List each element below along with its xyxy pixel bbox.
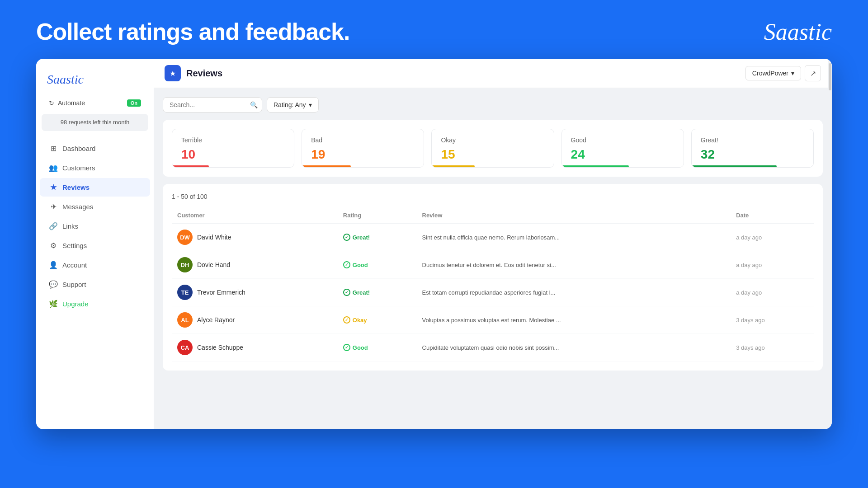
rating-filter-label: Rating: Any [274, 101, 306, 108]
support-icon: 💬 [49, 280, 58, 289]
avatar: DW [177, 230, 193, 245]
filter-chevron-icon: ▾ [309, 101, 312, 108]
stat-card-okay: Okay 15 [431, 129, 554, 168]
rating-circle: ✓ [343, 289, 350, 296]
rating-circle: ✓ [343, 316, 350, 324]
stat-label-good: Good [571, 136, 675, 144]
sidebar-item-dashboard[interactable]: ⊞ Dashboard [40, 139, 150, 158]
sidebar-item-links[interactable]: 🔗 Links [40, 217, 150, 235]
sidebar-item-label: Messages [62, 203, 93, 211]
crowdpower-label: CrowdPower [752, 70, 788, 77]
stats-cards: Terrible 10 Bad 19 Okay 15 [172, 129, 814, 168]
customer-name: Alyce Raynor [197, 316, 235, 324]
rating-badge: ✓ Good [343, 261, 411, 268]
upgrade-icon: 🌿 [49, 300, 58, 308]
table-row[interactable]: AL Alyce Raynor ✓ Okay Voluptas a possim… [172, 306, 814, 334]
automate-icon: ↻ [49, 99, 54, 107]
search-icon: 🔍 [250, 101, 258, 108]
date-text: a day ago [736, 289, 762, 296]
date-text: a day ago [736, 234, 762, 241]
stat-value-okay: 15 [441, 147, 544, 162]
automate-row: ↻ Automate On [42, 96, 148, 110]
search-input[interactable] [163, 97, 262, 113]
scrollbar-thumb[interactable] [829, 63, 831, 90]
date-text: a day ago [736, 262, 762, 268]
table-row[interactable]: CA Cassie Schuppe ✓ Good Cupiditate volu… [172, 334, 814, 361]
avatar: CA [177, 340, 193, 355]
stat-label-bad: Bad [311, 136, 415, 144]
customer-name: David White [197, 234, 231, 241]
stat-bar-good [562, 165, 629, 167]
reviews-header-icon: ★ [165, 65, 181, 81]
page-title: Reviews [186, 68, 222, 79]
stat-card-terrible: Terrible 10 [172, 129, 294, 168]
reviews-icon: ★ [49, 183, 58, 192]
sidebar-item-label: Reviews [62, 183, 90, 191]
table-row[interactable]: TE Trevor Emmerich ✓ Great! Est totam co… [172, 279, 814, 306]
scrollbar-track[interactable] [828, 59, 832, 429]
avatar: AL [177, 312, 193, 328]
col-rating: Rating [338, 207, 417, 224]
stat-value-great: 32 [701, 147, 804, 162]
stat-label-great: Great! [701, 136, 804, 144]
rating-badge: ✓ Okay [343, 316, 411, 324]
main-body: 🔍 Rating: Any ▾ Terrible 10 [154, 88, 832, 429]
automate-toggle[interactable]: On [127, 99, 141, 107]
sidebar-item-settings[interactable]: ⚙ Settings [40, 236, 150, 255]
main-content-wrapper: ★ Reviews CrowdPower ▾ ↗ [154, 59, 832, 429]
sidebar: Saastic ↻ Automate On 98 requests left t… [36, 59, 154, 429]
rating-label: Okay [353, 317, 367, 324]
stat-bar-okay [432, 165, 474, 167]
sidebar-item-support[interactable]: 💬 Support [40, 275, 150, 294]
review-text: Ducimus tenetur et dolorem et. Eos odit … [422, 262, 556, 268]
stat-card-good: Good 24 [561, 129, 684, 168]
customer-cell: TE Trevor Emmerich [177, 285, 332, 300]
stat-bar-bad [302, 165, 351, 167]
review-text: Sint est nulla officia quae nemo. Rerum … [422, 234, 560, 241]
search-input-wrap: 🔍 [163, 97, 262, 113]
sidebar-item-reviews[interactable]: ★ Reviews [40, 178, 150, 197]
customer-name: Cassie Schuppe [197, 344, 243, 351]
export-icon: ↗ [810, 69, 816, 78]
sidebar-item-messages[interactable]: ✈ Messages [40, 197, 150, 216]
sidebar-item-label: Dashboard [62, 145, 95, 152]
rating-label: Great! [353, 234, 370, 241]
rating-filter-button[interactable]: Rating: Any ▾ [267, 97, 319, 113]
customer-name: Trevor Emmerich [197, 289, 245, 296]
account-icon: 👤 [49, 261, 58, 269]
stats-section: Terrible 10 Bad 19 Okay 15 [163, 120, 823, 177]
header-right: CrowdPower ▾ ↗ [745, 65, 821, 81]
avatar: TE [177, 285, 193, 300]
customer-cell: CA Cassie Schuppe [177, 340, 332, 355]
date-text: 3 days ago [736, 344, 765, 351]
crowdpower-button[interactable]: CrowdPower ▾ [745, 66, 801, 80]
main-content: ★ Reviews CrowdPower ▾ ↗ [154, 59, 832, 429]
col-customer: Customer [172, 207, 338, 224]
table-header: Customer Rating Review Date [172, 207, 814, 224]
rating-label: Great! [353, 289, 370, 296]
customer-cell: DW David White [177, 230, 332, 245]
export-button[interactable]: ↗ [805, 65, 821, 81]
sidebar-item-label: Upgrade [62, 300, 89, 308]
table-body: DW David White ✓ Great! Sint est nulla o… [172, 224, 814, 361]
requests-badge: 98 requests left this month [42, 114, 148, 131]
messages-icon: ✈ [49, 202, 58, 211]
stat-card-bad: Bad 19 [302, 129, 424, 168]
sidebar-item-account[interactable]: 👤 Account [40, 256, 150, 274]
rating-circle: ✓ [343, 261, 350, 268]
stat-value-good: 24 [571, 147, 675, 162]
stat-card-great: Great! 32 [691, 129, 814, 168]
table-row[interactable]: DH Dovie Hand ✓ Good Ducimus tenetur et … [172, 251, 814, 279]
sidebar-item-upgrade[interactable]: 🌿 Upgrade [40, 295, 150, 313]
table-row[interactable]: DW David White ✓ Great! Sint est nulla o… [172, 224, 814, 251]
table-count: 1 - 50 of 100 [172, 193, 814, 200]
customers-icon: 👥 [49, 164, 58, 172]
date-text: 3 days ago [736, 317, 765, 324]
stat-value-terrible: 10 [181, 147, 285, 162]
stat-bar-great [692, 165, 777, 167]
review-text: Voluptas a possimus voluptas est rerum. … [422, 317, 561, 324]
rating-badge: ✓ Great! [343, 234, 411, 241]
main-header-left: ★ Reviews [165, 65, 222, 81]
dashboard-icon: ⊞ [49, 144, 58, 153]
sidebar-item-customers[interactable]: 👥 Customers [40, 159, 150, 177]
